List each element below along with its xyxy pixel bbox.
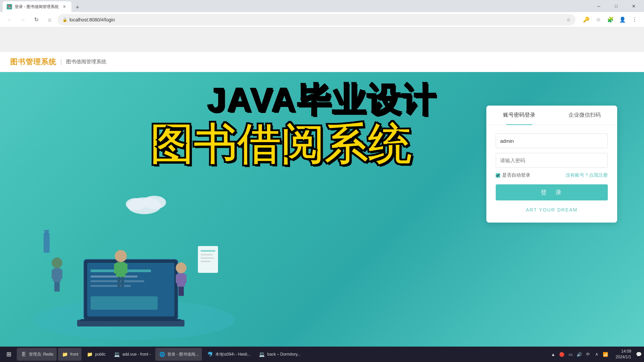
svg-point-10	[52, 257, 62, 268]
tray-network-icon[interactable]: 🔴	[558, 351, 565, 358]
login-form: 是否自动登录 没有账号？点我注册 登 录 ART YOUR DREAM	[486, 133, 617, 213]
auto-login-label[interactable]: 是否自动登录	[496, 172, 530, 178]
login-tabs: 账号密码登录 企业微信扫码	[486, 106, 617, 125]
svg-rect-13	[57, 282, 60, 292]
taskbar-item-front[interactable]: 📁 front	[58, 348, 82, 361]
redis-icon: 🗄	[20, 351, 27, 358]
app-subtitle: 图书借阅管理系统	[66, 59, 106, 65]
system-tray: ▲ 🔴 ▭ 🔊 中 A 📶	[547, 351, 611, 358]
svg-rect-15	[59, 269, 62, 279]
maximize-button[interactable]: □	[608, 0, 624, 12]
back-button[interactable]: ←	[4, 14, 15, 25]
tab-title: 登录 - 图书借阅管理系统	[15, 4, 59, 10]
svg-rect-14	[52, 269, 55, 279]
tray-volume-icon[interactable]: 🔊	[576, 351, 583, 358]
svg-rect-4	[91, 276, 138, 278]
tray-wifi-icon[interactable]: 📶	[602, 351, 609, 358]
new-tab-button[interactable]: +	[73, 3, 82, 12]
dream-text: ART YOUR DREAM	[496, 207, 608, 213]
url-text: localhost:8080/#/login	[69, 17, 565, 22]
taskbar-label-vscode: add.vue - front -	[122, 352, 151, 357]
clock-time: 14:09	[615, 349, 631, 354]
close-button[interactable]: ✕	[626, 0, 641, 12]
nav-actions: 🔑 ☆ 🧩 👤 ⋮	[581, 14, 640, 25]
address-bar[interactable]: 🔒 localhost:8080/#/login ☆	[58, 14, 576, 25]
svg-rect-17	[116, 262, 125, 277]
taskbar-item-back[interactable]: 💻 back – Dormitory...	[255, 348, 304, 361]
taskbar-item-heidisql[interactable]: 🐬 本地\s094\ - Heidi...	[203, 348, 254, 361]
hero-illustration	[17, 186, 252, 347]
front-folder-icon: 📁	[61, 351, 68, 358]
username-input[interactable]	[496, 133, 608, 148]
tray-ime-icon[interactable]: 中	[585, 351, 591, 358]
password-manager-icon[interactable]: 🔑	[581, 14, 592, 25]
notification-icon[interactable]: 💬	[635, 351, 642, 358]
taskbar: ⊞ 🗄 管理员: Redis 📁 front 📁 public 💻 add.vu…	[0, 347, 644, 362]
taskbar-item-vscode[interactable]: 💻 add.vue - front -	[110, 348, 154, 361]
register-link[interactable]: 没有账号？点我注册	[566, 172, 608, 178]
tray-expand-icon[interactable]: ▲	[550, 351, 556, 358]
tab-close-button[interactable]: ✕	[61, 4, 67, 10]
start-button[interactable]: ⊞	[2, 348, 15, 361]
bookmark-icon[interactable]: ☆	[593, 14, 604, 25]
svg-rect-37	[201, 254, 213, 255]
svg-rect-38	[201, 257, 214, 259]
svg-rect-9	[80, 319, 181, 321]
svg-rect-39	[201, 261, 211, 262]
hero-cn-title: 图书借阅系统	[17, 116, 543, 175]
taskbar-label-back: back – Dormitory...	[267, 352, 301, 357]
svg-rect-24	[178, 287, 181, 296]
svg-rect-20	[114, 263, 117, 274]
app-logo: 图书管理系统	[10, 57, 56, 67]
window-controls: ─ □ ✕	[591, 0, 641, 12]
login-options: 是否自动登录 没有账号？点我注册	[496, 172, 608, 178]
auto-login-checkbox[interactable]	[496, 173, 500, 178]
star-icon[interactable]: ☆	[567, 17, 571, 22]
back-app-icon: 💻	[259, 351, 265, 358]
refresh-button[interactable]: ↻	[31, 14, 42, 25]
header-divider: |	[60, 58, 62, 65]
svg-point-29	[143, 196, 166, 209]
public-folder-icon: 📁	[86, 351, 93, 358]
windows-icon: ⊞	[6, 351, 11, 358]
taskbar-label-public: public	[95, 352, 105, 357]
svg-rect-19	[121, 277, 124, 288]
svg-rect-26	[176, 275, 179, 283]
svg-rect-6	[91, 285, 131, 287]
chrome-icon: 🌐	[159, 351, 165, 358]
browser-tab[interactable]: 📚 登录 - 图书借阅管理系统 ✕	[3, 1, 71, 12]
heidisql-icon: 🐬	[207, 351, 213, 358]
login-button[interactable]: 登 录	[496, 184, 608, 200]
vscode-icon: 💻	[114, 351, 120, 358]
title-bar: 📚 登录 - 图书借阅管理系统 ✕ + ─ □ ✕	[0, 0, 644, 12]
svg-rect-18	[117, 277, 120, 288]
svg-point-30	[126, 198, 146, 210]
taskbar-item-redis[interactable]: 🗄 管理员: Redis	[17, 348, 57, 361]
taskbar-item-public[interactable]: 📁 public	[83, 348, 109, 361]
lock-icon: 🔒	[62, 17, 67, 22]
password-input[interactable]	[496, 153, 608, 168]
clock-date: 2024/1/1	[615, 354, 631, 360]
tray-battery-icon[interactable]: ▭	[567, 351, 574, 358]
svg-point-16	[115, 250, 127, 262]
taskbar-item-chrome[interactable]: 🌐 登录 - 图书借阅...	[155, 348, 202, 361]
tray-input-icon[interactable]: A	[593, 351, 600, 358]
tab-password[interactable]: 账号密码登录	[486, 106, 552, 125]
system-clock[interactable]: 14:09 2024/1/1	[613, 349, 634, 360]
svg-rect-21	[124, 263, 127, 274]
taskbar-label-heidisql: 本地\s094\ - Heidi...	[215, 352, 251, 357]
taskbar-label-chrome: 登录 - 图书借阅...	[167, 352, 199, 357]
minimize-button[interactable]: ─	[591, 0, 606, 12]
forward-button[interactable]: →	[17, 14, 28, 25]
extension-icon[interactable]: 🧩	[605, 14, 616, 25]
login-card: 账号密码登录 企业微信扫码 是否自动登录 没有账号？点我注册 登 录 ART Y…	[486, 106, 617, 223]
nav-bar: ← → ↻ ⌂ 🔒 localhost:8080/#/login ☆ 🔑 ☆ 🧩…	[0, 12, 644, 27]
tab-wechat[interactable]: 企业微信扫码	[552, 106, 617, 125]
svg-rect-25	[181, 287, 184, 296]
tab-favicon: 📚	[7, 4, 12, 9]
home-button[interactable]: ⌂	[44, 14, 55, 25]
taskbar-label-front: front	[70, 352, 78, 357]
taskbar-label-redis: 管理员: Redis	[29, 352, 53, 357]
profile-icon[interactable]: 👤	[617, 14, 628, 25]
menu-icon[interactable]: ⋮	[629, 14, 640, 25]
